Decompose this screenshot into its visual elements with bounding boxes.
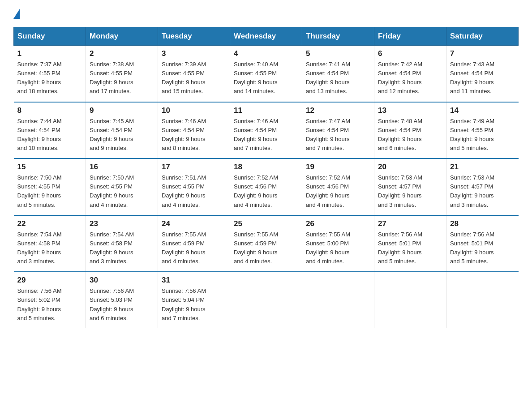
day-number: 16 <box>90 163 154 171</box>
day-number: 31 <box>162 276 226 285</box>
day-number: 7 <box>450 49 515 58</box>
day-number: 4 <box>234 49 298 58</box>
day-info: Sunrise: 7:43 AM Sunset: 4:54 PM Dayligh… <box>450 61 494 94</box>
page-header <box>13 9 519 18</box>
calendar-week-4: 22 Sunrise: 7:54 AM Sunset: 4:58 PM Dayl… <box>14 215 519 272</box>
day-info: Sunrise: 7:38 AM Sunset: 4:55 PM Dayligh… <box>90 61 134 94</box>
calendar-cell: 9 Sunrise: 7:45 AM Sunset: 4:54 PM Dayli… <box>86 102 158 159</box>
calendar-cell: 3 Sunrise: 7:39 AM Sunset: 4:55 PM Dayli… <box>158 46 230 102</box>
day-number: 28 <box>450 219 515 228</box>
day-number: 24 <box>162 219 226 228</box>
calendar-cell: 18 Sunrise: 7:52 AM Sunset: 4:56 PM Dayl… <box>230 158 302 215</box>
day-number: 20 <box>378 163 442 171</box>
day-number: 5 <box>306 49 370 58</box>
day-number: 6 <box>378 49 442 58</box>
calendar-cell: 14 Sunrise: 7:49 AM Sunset: 4:55 PM Dayl… <box>446 102 519 159</box>
calendar-week-5: 29 Sunrise: 7:56 AM Sunset: 5:02 PM Dayl… <box>14 272 519 328</box>
day-info: Sunrise: 7:40 AM Sunset: 4:55 PM Dayligh… <box>234 61 278 94</box>
day-info: Sunrise: 7:55 AM Sunset: 5:00 PM Dayligh… <box>306 231 350 265</box>
calendar-cell: 24 Sunrise: 7:55 AM Sunset: 4:59 PM Dayl… <box>158 215 230 272</box>
day-info: Sunrise: 7:41 AM Sunset: 4:54 PM Dayligh… <box>306 61 350 94</box>
day-number: 18 <box>234 163 298 171</box>
day-number: 12 <box>306 106 370 115</box>
day-info: Sunrise: 7:37 AM Sunset: 4:55 PM Dayligh… <box>17 61 62 94</box>
weekday-header-friday: Friday <box>374 27 446 46</box>
day-info: Sunrise: 7:49 AM Sunset: 4:55 PM Dayligh… <box>450 118 494 151</box>
day-number: 30 <box>90 276 154 285</box>
calendar-cell: 19 Sunrise: 7:52 AM Sunset: 4:56 PM Dayl… <box>302 158 374 215</box>
calendar-cell: 26 Sunrise: 7:55 AM Sunset: 5:00 PM Dayl… <box>302 215 374 272</box>
day-info: Sunrise: 7:56 AM Sunset: 5:01 PM Dayligh… <box>450 231 494 265</box>
calendar-cell <box>446 272 519 328</box>
weekday-header-wednesday: Wednesday <box>230 27 302 46</box>
day-info: Sunrise: 7:55 AM Sunset: 4:59 PM Dayligh… <box>162 231 206 265</box>
calendar-cell: 20 Sunrise: 7:53 AM Sunset: 4:57 PM Dayl… <box>374 158 446 215</box>
calendar-week-1: 1 Sunrise: 7:37 AM Sunset: 4:55 PM Dayli… <box>14 46 519 102</box>
weekday-header-sunday: Sunday <box>14 27 86 46</box>
calendar-cell: 8 Sunrise: 7:44 AM Sunset: 4:54 PM Dayli… <box>14 102 86 159</box>
calendar-cell: 31 Sunrise: 7:56 AM Sunset: 5:04 PM Dayl… <box>158 272 230 328</box>
day-number: 9 <box>90 106 154 115</box>
calendar-cell: 7 Sunrise: 7:43 AM Sunset: 4:54 PM Dayli… <box>446 46 519 102</box>
weekday-header-saturday: Saturday <box>446 27 519 46</box>
calendar-cell: 30 Sunrise: 7:56 AM Sunset: 5:03 PM Dayl… <box>86 272 158 328</box>
day-number: 27 <box>378 219 442 228</box>
day-info: Sunrise: 7:46 AM Sunset: 4:54 PM Dayligh… <box>162 118 206 151</box>
day-info: Sunrise: 7:46 AM Sunset: 4:54 PM Dayligh… <box>234 118 278 151</box>
day-number: 21 <box>450 163 515 171</box>
calendar-cell: 28 Sunrise: 7:56 AM Sunset: 5:01 PM Dayl… <box>446 215 519 272</box>
day-number: 17 <box>162 163 226 171</box>
calendar-cell <box>374 272 446 328</box>
day-number: 29 <box>17 276 82 285</box>
day-info: Sunrise: 7:42 AM Sunset: 4:54 PM Dayligh… <box>378 61 422 94</box>
calendar-cell: 5 Sunrise: 7:41 AM Sunset: 4:54 PM Dayli… <box>302 46 374 102</box>
day-info: Sunrise: 7:53 AM Sunset: 4:57 PM Dayligh… <box>378 174 422 208</box>
day-info: Sunrise: 7:48 AM Sunset: 4:54 PM Dayligh… <box>378 118 422 151</box>
day-info: Sunrise: 7:56 AM Sunset: 5:02 PM Dayligh… <box>17 287 62 321</box>
calendar-cell: 25 Sunrise: 7:55 AM Sunset: 4:59 PM Dayl… <box>230 215 302 272</box>
day-number: 13 <box>378 106 442 115</box>
day-info: Sunrise: 7:53 AM Sunset: 4:57 PM Dayligh… <box>450 174 494 208</box>
calendar-cell: 22 Sunrise: 7:54 AM Sunset: 4:58 PM Dayl… <box>14 215 86 272</box>
day-info: Sunrise: 7:54 AM Sunset: 4:58 PM Dayligh… <box>90 231 134 265</box>
day-info: Sunrise: 7:56 AM Sunset: 5:01 PM Dayligh… <box>378 231 422 265</box>
day-info: Sunrise: 7:47 AM Sunset: 4:54 PM Dayligh… <box>306 118 350 151</box>
calendar-cell: 15 Sunrise: 7:50 AM Sunset: 4:55 PM Dayl… <box>14 158 86 215</box>
calendar-body: 1 Sunrise: 7:37 AM Sunset: 4:55 PM Dayli… <box>14 46 519 328</box>
calendar-cell: 11 Sunrise: 7:46 AM Sunset: 4:54 PM Dayl… <box>230 102 302 159</box>
day-number: 3 <box>162 49 226 58</box>
calendar-cell: 4 Sunrise: 7:40 AM Sunset: 4:55 PM Dayli… <box>230 46 302 102</box>
day-number: 8 <box>17 106 82 115</box>
day-number: 15 <box>17 163 82 171</box>
calendar-cell: 29 Sunrise: 7:56 AM Sunset: 5:02 PM Dayl… <box>14 272 86 328</box>
day-info: Sunrise: 7:50 AM Sunset: 4:55 PM Dayligh… <box>90 174 134 208</box>
day-number: 10 <box>162 106 226 115</box>
day-number: 19 <box>306 163 370 171</box>
day-info: Sunrise: 7:55 AM Sunset: 4:59 PM Dayligh… <box>234 231 278 265</box>
calendar-cell: 13 Sunrise: 7:48 AM Sunset: 4:54 PM Dayl… <box>374 102 446 159</box>
day-info: Sunrise: 7:54 AM Sunset: 4:58 PM Dayligh… <box>17 231 62 265</box>
weekday-header-thursday: Thursday <box>302 27 374 46</box>
day-number: 2 <box>90 49 154 58</box>
calendar-cell <box>230 272 302 328</box>
day-info: Sunrise: 7:39 AM Sunset: 4:55 PM Dayligh… <box>162 61 206 94</box>
calendar-table: SundayMondayTuesdayWednesdayThursdayFrid… <box>13 27 519 328</box>
calendar-cell: 23 Sunrise: 7:54 AM Sunset: 4:58 PM Dayl… <box>86 215 158 272</box>
calendar-cell: 6 Sunrise: 7:42 AM Sunset: 4:54 PM Dayli… <box>374 46 446 102</box>
day-info: Sunrise: 7:56 AM Sunset: 5:03 PM Dayligh… <box>90 287 134 321</box>
day-number: 25 <box>234 219 298 228</box>
calendar-cell: 27 Sunrise: 7:56 AM Sunset: 5:01 PM Dayl… <box>374 215 446 272</box>
logo-triangle-icon <box>13 9 20 19</box>
calendar-header: SundayMondayTuesdayWednesdayThursdayFrid… <box>14 27 519 46</box>
day-info: Sunrise: 7:56 AM Sunset: 5:04 PM Dayligh… <box>162 287 206 321</box>
day-info: Sunrise: 7:52 AM Sunset: 4:56 PM Dayligh… <box>234 174 278 208</box>
calendar-cell: 21 Sunrise: 7:53 AM Sunset: 4:57 PM Dayl… <box>446 158 519 215</box>
calendar-week-3: 15 Sunrise: 7:50 AM Sunset: 4:55 PM Dayl… <box>14 158 519 215</box>
calendar-cell: 12 Sunrise: 7:47 AM Sunset: 4:54 PM Dayl… <box>302 102 374 159</box>
weekday-header-tuesday: Tuesday <box>158 27 230 46</box>
logo <box>13 9 20 18</box>
calendar-cell: 10 Sunrise: 7:46 AM Sunset: 4:54 PM Dayl… <box>158 102 230 159</box>
calendar-cell: 1 Sunrise: 7:37 AM Sunset: 4:55 PM Dayli… <box>14 46 86 102</box>
day-number: 14 <box>450 106 515 115</box>
calendar-week-2: 8 Sunrise: 7:44 AM Sunset: 4:54 PM Dayli… <box>14 102 519 159</box>
